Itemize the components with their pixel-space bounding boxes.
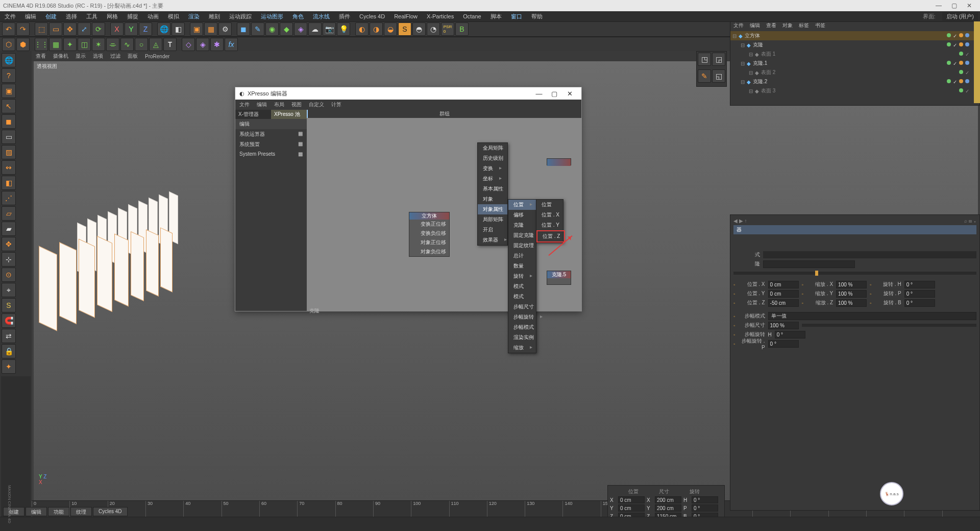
ctx-a-0[interactable]: 全局矩阵 xyxy=(478,143,507,153)
attr-scale-x[interactable] xyxy=(836,281,867,288)
obj-row-6[interactable]: ⊟ ◆ 表面 3✓ xyxy=(730,86,979,95)
model-icon[interactable]: ◼ xyxy=(2,114,16,129)
xpresso-min[interactable]: — xyxy=(531,90,547,98)
node-cube-p2[interactable]: 对象正位移 xyxy=(409,238,449,247)
xp-tab-pool[interactable]: XPresso 池 xyxy=(271,110,307,119)
coord-rot-H[interactable] xyxy=(692,496,718,503)
ctx-b-8[interactable]: 模式 xyxy=(508,281,537,292)
node-partial[interactable] xyxy=(547,158,571,165)
ctx-b-6[interactable]: 数量 xyxy=(508,261,537,271)
mt-tab-1[interactable]: 编辑 xyxy=(26,507,47,516)
menu-anim[interactable]: 动画 xyxy=(145,12,161,21)
menu-create[interactable]: 创建 xyxy=(43,12,59,21)
attr-step-rot-p[interactable] xyxy=(768,340,799,348)
eff2-icon[interactable]: ◈ xyxy=(196,38,209,51)
snap-icon[interactable]: ⊙ xyxy=(2,268,16,282)
axis-icon[interactable]: ✥ xyxy=(2,237,16,251)
ctx-b-9[interactable]: 模式 xyxy=(508,292,537,302)
ctx-b-2[interactable]: 克隆 xyxy=(508,220,537,230)
vp-disp[interactable]: 显示 xyxy=(76,53,86,60)
spline-mask-icon[interactable]: ∿ xyxy=(120,38,134,51)
qmark-icon[interactable]: ? xyxy=(2,68,16,83)
fracture-icon[interactable]: ✦ xyxy=(63,38,77,51)
ctx-a-8[interactable]: 开启 xyxy=(478,225,507,235)
ctx-b-7[interactable]: 旋转 xyxy=(508,271,537,281)
vp-nav3-icon[interactable]: ✎ xyxy=(698,69,711,83)
attr-step-size[interactable] xyxy=(768,322,799,329)
menu-edit[interactable]: 编辑 xyxy=(22,12,39,21)
redo-icon[interactable]: ↷ xyxy=(16,22,30,36)
obj-menu-bm[interactable]: 书签 xyxy=(815,22,825,31)
plugin-d-icon[interactable]: ◓ xyxy=(412,22,426,36)
env-icon[interactable]: ☁ xyxy=(308,22,322,36)
menu-window[interactable]: 窗口 xyxy=(508,12,525,21)
node-clone5[interactable]: 克隆.5 xyxy=(547,271,571,285)
generator-icon[interactable]: ◆ xyxy=(280,22,293,36)
instance-icon[interactable]: ◫ xyxy=(78,38,91,51)
menu-realflow[interactable]: RealFlow xyxy=(391,12,420,20)
xp-m1[interactable]: 编辑 xyxy=(257,101,267,108)
node-cube-p3[interactable]: 对象负位移 xyxy=(409,247,449,256)
attr-rot-p[interactable] xyxy=(904,290,935,298)
ctx-a-6[interactable]: 对象属性 xyxy=(478,204,507,214)
menu-render[interactable]: 渲染 xyxy=(186,12,202,21)
tool1-icon[interactable]: ⬡ xyxy=(2,38,15,51)
obj-row-4[interactable]: ⊟ ◆ 表面 2✓ xyxy=(730,68,979,77)
matrix-icon[interactable]: ▦ xyxy=(49,38,62,51)
move-icon[interactable]: ✥ xyxy=(63,22,77,36)
eff1-icon[interactable]: ◇ xyxy=(182,38,195,51)
tracer-icon[interactable]: ⌯ xyxy=(106,38,119,51)
obj-row-1[interactable]: ⊟ ◆ 克隆✓ xyxy=(730,40,979,50)
spline-pen-icon[interactable]: ✎ xyxy=(251,22,264,36)
minimize-button[interactable]: — xyxy=(931,1,946,10)
ctx-b-14[interactable]: 缩放 xyxy=(508,343,537,353)
axis-z-icon[interactable]: Z xyxy=(139,22,152,36)
xpresso-group[interactable]: 群组 xyxy=(307,110,581,118)
obj-row-2[interactable]: ⊟ ◆ 表面 1✓ xyxy=(730,50,979,59)
attr-rot-b[interactable] xyxy=(904,299,935,307)
render-region-icon[interactable]: ▦ xyxy=(204,22,217,36)
menu-mt[interactable]: 运动跟踪 xyxy=(227,12,254,21)
ctx-b-3[interactable]: 固定克隆 xyxy=(508,230,537,240)
obj-row-5[interactable]: ⊟ ◆ 克隆.2✓ xyxy=(730,77,979,86)
mt-tab-4[interactable]: Cycles 4D xyxy=(93,507,128,516)
menu-file[interactable]: 文件 xyxy=(2,12,18,21)
ctx-a-4[interactable]: 基本属性 xyxy=(478,184,507,194)
tool2-icon[interactable]: ⬢ xyxy=(16,38,30,51)
ctx-b-0[interactable]: 位置 xyxy=(508,200,537,210)
xp-item-2[interactable]: System Presets▦ xyxy=(235,150,307,158)
obj-row-3[interactable]: ⊟ ◆ 克隆.1✓ xyxy=(730,59,979,68)
ctx-a-9[interactable]: 效果器 xyxy=(478,235,507,245)
mt-tab-2[interactable]: 功能 xyxy=(48,507,69,516)
plugin-b-icon[interactable]: ◑ xyxy=(370,22,383,36)
render-settings-icon[interactable]: ⚙ xyxy=(218,22,232,36)
plugin-c-icon[interactable]: ◒ xyxy=(384,22,397,36)
vp-panel[interactable]: 面板 xyxy=(128,53,138,60)
attr-clone-count[interactable] xyxy=(763,260,855,268)
node-cube-p0[interactable]: 变换正位移 xyxy=(409,220,449,229)
xp-item-1[interactable]: 系统预置▦ xyxy=(235,139,307,150)
ctx-a-2[interactable]: 变换 xyxy=(478,163,507,174)
snap2-icon[interactable]: ⌖ xyxy=(2,283,16,297)
coord-rot-P[interactable] xyxy=(692,504,718,512)
fx-icon[interactable]: fx xyxy=(225,38,238,51)
xpresso-max[interactable]: ▢ xyxy=(547,90,562,98)
coord-size-Y[interactable] xyxy=(655,504,681,512)
xp-m4[interactable]: 自定义 xyxy=(309,101,324,108)
menu-char[interactable]: 角色 xyxy=(290,12,306,21)
nurbs-icon[interactable]: ◉ xyxy=(265,22,279,36)
menu-select[interactable]: 选择 xyxy=(63,12,80,21)
ctx-c-3-position-z[interactable]: 位置 . Z xyxy=(536,230,565,243)
ctx-b-4[interactable]: 固定纹理 xyxy=(508,240,537,251)
layout-value[interactable]: 启动 (用户) xyxy=(942,12,978,21)
tweak-icon[interactable]: ✦ xyxy=(2,359,16,374)
attr-pos-y[interactable] xyxy=(768,290,799,298)
vp-nav1-icon[interactable]: ◳ xyxy=(698,53,711,66)
cube-icon[interactable]: ◼ xyxy=(237,22,250,36)
plugin-s-icon[interactable]: S xyxy=(398,22,411,36)
maximize-button[interactable]: ▢ xyxy=(946,1,962,10)
light-icon[interactable]: 💡 xyxy=(337,22,350,36)
menu-cycles4d[interactable]: Cycles 4D xyxy=(357,12,387,20)
bodypaint-icon[interactable]: B xyxy=(455,22,469,36)
mt-tab-3[interactable]: 纹理 xyxy=(70,507,92,516)
